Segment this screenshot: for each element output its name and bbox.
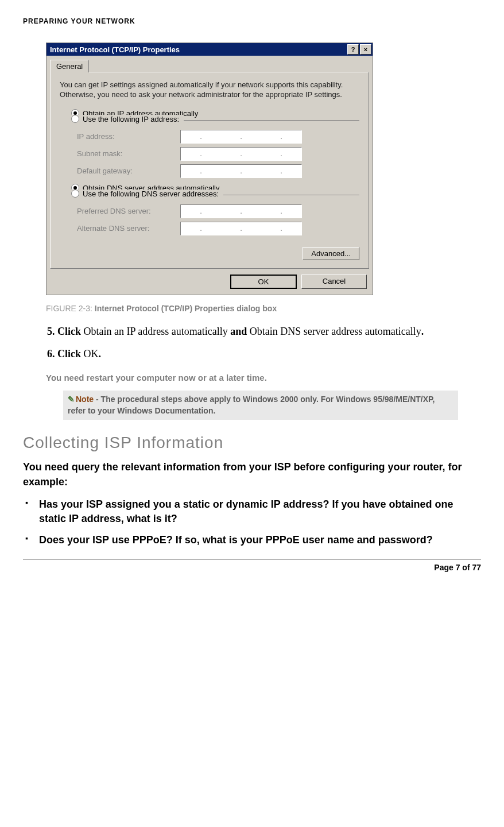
dialog-buttons: OK Cancel	[46, 269, 373, 295]
radio-manual-dns-label[interactable]: Use the following DNS server addresses:	[83, 190, 219, 198]
field-label: Alternate DNS server:	[77, 224, 180, 233]
titlebar-text: Internet Protocol (TCP/IP) Properties	[50, 45, 346, 54]
close-icon[interactable]: ×	[360, 44, 371, 55]
chapter-header: PREPARING YOUR NETWORK	[23, 17, 481, 25]
tab-strip: General	[46, 56, 373, 72]
subnet-mask-row: Subnet mask: ...	[77, 147, 359, 161]
field-label: Default gateway:	[77, 167, 180, 175]
step-bold: Click	[57, 326, 81, 337]
default-gateway-input[interactable]: ...	[180, 164, 302, 178]
section-heading: Collecting ISP Information	[23, 434, 481, 452]
alternate-dns-row: Alternate DNS server: ...	[77, 222, 359, 235]
radio-icon[interactable]	[71, 190, 79, 198]
dialog-screenshot: Internet Protocol (TCP/IP) Properties ? …	[46, 42, 481, 295]
step-text: OK	[81, 348, 99, 360]
figure-label: FIGURE 2-3:	[46, 304, 92, 313]
ip-address-input[interactable]: ...	[180, 130, 302, 144]
note-label: Note	[76, 395, 94, 404]
page-footer: Page 7 of 77	[23, 559, 481, 572]
step-text: Obtain DNS server address automatically	[247, 326, 421, 337]
note-sep: -	[94, 395, 100, 404]
radio-icon[interactable]	[71, 115, 79, 123]
ok-button[interactable]: OK	[230, 275, 297, 289]
tcpip-properties-dialog: Internet Protocol (TCP/IP) Properties ? …	[46, 42, 373, 295]
figure-caption: FIGURE 2-3: Internet Protocol (TCP/IP) P…	[46, 304, 481, 313]
step-punct: .	[99, 348, 102, 360]
intro-text: You can get IP settings assigned automat…	[60, 80, 359, 100]
figure-text: Internet Protocol (TCP/IP) Properties di…	[95, 304, 277, 313]
list-item: Has your ISP assigned you a static or dy…	[23, 497, 481, 526]
note-box: ✎Note - The procedural steps above apply…	[63, 391, 458, 420]
tab-general[interactable]: General	[50, 60, 89, 72]
help-icon[interactable]: ?	[347, 44, 359, 55]
step-6: Click OK.	[57, 347, 458, 361]
isp-questions: Has your ISP assigned you a static or dy…	[23, 497, 481, 548]
field-label: Subnet mask:	[77, 149, 180, 158]
default-gateway-row: Default gateway: ...	[77, 164, 359, 178]
alternate-dns-input[interactable]: ...	[180, 222, 302, 235]
subnet-mask-input[interactable]: ...	[180, 147, 302, 161]
manual-ip-group: Use the following IP address: IP address…	[77, 120, 359, 178]
step-5: Click Obtain an IP address automatically…	[57, 324, 458, 339]
step-punct: .	[421, 326, 424, 337]
tab-panel: You can get IP settings assigned automat…	[50, 72, 369, 269]
step-text: Obtain an IP address automatically	[81, 326, 230, 337]
list-item: Does your ISP use PPPoE? If so, what is …	[23, 533, 481, 547]
step-bold: Click	[57, 348, 81, 360]
note-text: The procedural steps above apply to Wind…	[68, 395, 435, 415]
cancel-button[interactable]: Cancel	[301, 275, 367, 289]
titlebar: Internet Protocol (TCP/IP) Properties ? …	[46, 43, 373, 56]
radio-manual-ip-label[interactable]: Use the following IP address:	[83, 115, 179, 123]
step-bold: and	[230, 326, 247, 337]
pencil-icon: ✎	[68, 395, 75, 404]
procedure-steps: Click Obtain an IP address automatically…	[57, 324, 458, 361]
field-label: Preferred DNS server:	[77, 207, 180, 215]
ip-address-row: IP address: ...	[77, 130, 359, 144]
section-intro: You need query the relevant information …	[23, 460, 481, 489]
preferred-dns-row: Preferred DNS server: ...	[77, 204, 359, 218]
restart-note: You need restart your computer now or at…	[46, 373, 481, 382]
advanced-button[interactable]: Advanced...	[303, 247, 359, 260]
manual-dns-group: Use the following DNS server addresses: …	[77, 195, 359, 235]
preferred-dns-input[interactable]: ...	[180, 204, 302, 218]
field-label: IP address:	[77, 132, 180, 141]
